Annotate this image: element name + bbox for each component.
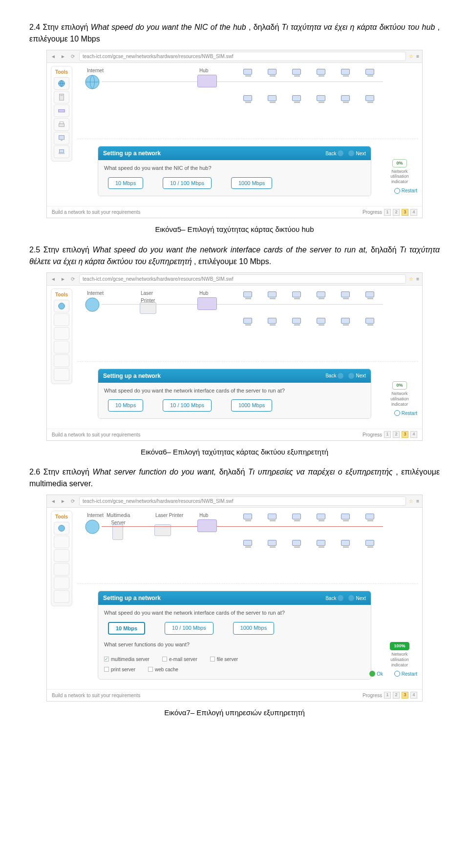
browser-toolbar: ◄ ► ⟳ teach-ict.com/gcse_new/networks/ha… (47, 50, 422, 63)
checkbox-file-server[interactable]: file server (210, 656, 238, 663)
ok-button[interactable]: Ok (369, 670, 383, 678)
tool-printer-icon[interactable] (54, 341, 69, 353)
tool-hub-icon[interactable] (54, 327, 69, 340)
restart-icon (394, 188, 400, 194)
option-10-100mbps[interactable]: 10 / 100 Mbps (165, 622, 213, 635)
menu-icon[interactable]: ≡ (416, 275, 419, 283)
tool-server-icon[interactable] (54, 313, 69, 326)
tool-server-icon[interactable] (54, 536, 69, 548)
step-4: 4 (410, 431, 417, 438)
checkbox-email-server[interactable]: e-mail server (162, 656, 197, 663)
bookmark-icon[interactable]: ☆ (409, 497, 413, 505)
svg-rect-6 (59, 136, 64, 140)
tool-laptop-icon[interactable] (54, 145, 69, 158)
dialog-header: Setting up a network Back Next (98, 369, 371, 383)
restart-button[interactable]: Restart (394, 187, 417, 194)
tool-hub-icon[interactable] (54, 104, 69, 117)
svg-rect-3 (59, 109, 65, 112)
option-10-100mbps[interactable]: 10 / 100 Mbps (163, 399, 212, 412)
option-10mbps[interactable]: 10 Mbps (108, 399, 143, 412)
simulator-footer: Build a network to suit your requirement… (47, 206, 422, 218)
network-topology: Internet Multimedia Server Laser Printer… (77, 511, 418, 584)
tool-globe-icon[interactable] (54, 77, 69, 90)
tool-globe-icon[interactable] (54, 522, 69, 535)
text: , επιλέγουμε 10 Mbps. (194, 257, 271, 266)
checkbox-print-server[interactable]: print server (104, 666, 135, 673)
back-button[interactable]: Back (325, 372, 343, 379)
tool-hub-icon[interactable] (54, 549, 69, 562)
back-button[interactable]: Back (325, 595, 343, 602)
option-10mbps[interactable]: 10 Mbps (108, 622, 145, 635)
bookmark-icon[interactable]: ☆ (409, 53, 413, 60)
pc-node (317, 514, 326, 522)
restart-button[interactable]: Restart (394, 410, 417, 417)
tool-server-icon[interactable] (54, 91, 69, 103)
url-field[interactable]: teach-ict.com/gcse_new/networks/hardware… (79, 52, 406, 61)
chevron-left-icon (338, 373, 343, 379)
link (102, 526, 197, 527)
svg-point-14 (85, 520, 99, 534)
restart-button[interactable]: Restart (394, 670, 417, 678)
svg-rect-9 (59, 153, 65, 154)
text: 2.4 Στην επιλογή (29, 23, 91, 31)
option-1000mbps[interactable]: 1000 Mbps (233, 622, 274, 635)
tool-pc-icon[interactable] (54, 354, 69, 367)
tool-printer-icon[interactable] (54, 118, 69, 131)
tool-globe-icon[interactable] (54, 300, 69, 312)
menu-icon[interactable]: ≡ (416, 53, 419, 60)
internet-label: Internet (87, 67, 104, 74)
toolbox-title: Tools (53, 513, 70, 520)
text: δηλαδή (219, 468, 248, 476)
screenshot-5: ◄ ► ⟳ teach-ict.com/gcse_new/networks/ha… (46, 50, 423, 218)
indicator-label: Network utilisation indicator (390, 391, 409, 407)
pc-node (243, 95, 253, 104)
hub-label: Hub (199, 289, 208, 297)
pc-node (317, 291, 326, 300)
caption-7: Εικόνα7– Επιλογή υπηρεσιών εξυπηρετητή (29, 707, 440, 719)
option-10mbps[interactable]: 10 Mbps (108, 177, 143, 189)
next-button[interactable]: Next (348, 595, 366, 602)
reload-icon[interactable]: ⟳ (69, 275, 76, 283)
tool-laptop-icon[interactable] (54, 590, 69, 603)
menu-icon[interactable]: ≡ (416, 497, 419, 505)
url-field[interactable]: teach-ict.com/gcse_new/networks/hardware… (79, 496, 406, 506)
option-1000mbps[interactable]: 1000 Mbps (231, 177, 272, 189)
text: δηλαδή (371, 246, 400, 254)
pc-node (365, 540, 375, 549)
checkbox-multimedia-server[interactable]: multimedia server (104, 656, 149, 663)
svg-point-13 (59, 525, 65, 532)
reload-icon[interactable]: ⟳ (69, 497, 76, 505)
tool-printer-icon[interactable] (54, 563, 69, 576)
dialog-header: Setting up a network Back Next (98, 591, 371, 605)
checkbox-web-cache[interactable]: web cache (148, 666, 178, 673)
chevron-right-icon (348, 373, 354, 379)
forward-icon[interactable]: ► (60, 53, 66, 60)
pc-node (317, 95, 326, 104)
option-1000mbps[interactable]: 1000 Mbps (231, 399, 272, 412)
back-icon[interactable]: ◄ (50, 275, 57, 283)
next-button[interactable]: Next (348, 150, 366, 157)
screenshot-6: ◄ ► ⟳ teach-ict.com/gcse_new/networks/ha… (46, 272, 423, 441)
pc-node (268, 540, 277, 549)
option-10-100mbps[interactable]: 10 / 100 Mbps (163, 177, 212, 189)
back-button[interactable]: Back (325, 150, 343, 157)
next-button[interactable]: Next (348, 372, 366, 379)
forward-icon[interactable]: ► (60, 497, 66, 505)
tool-pc-icon[interactable] (54, 132, 69, 145)
progress-label: Progress (362, 208, 382, 216)
toolbox: Tools (51, 511, 72, 606)
reload-icon[interactable]: ⟳ (69, 53, 76, 60)
pc-node (292, 291, 302, 300)
indicator-label: Network utilisation indicator (390, 652, 409, 667)
back-icon[interactable]: ◄ (50, 497, 57, 505)
tool-laptop-icon[interactable] (54, 368, 69, 381)
tool-pc-icon[interactable] (54, 577, 69, 589)
dialog-question: What speed do you want the network inter… (104, 609, 365, 617)
dialog-title: Setting up a network (103, 149, 161, 158)
url-field[interactable]: teach-ict.com/gcse_new/networks/hardware… (79, 274, 406, 284)
forward-icon[interactable]: ► (60, 275, 66, 283)
back-icon[interactable]: ◄ (50, 53, 57, 60)
footer-hint: Build a network to suit your requirement… (52, 208, 140, 216)
bookmark-icon[interactable]: ☆ (409, 275, 413, 283)
chevron-left-icon (338, 150, 343, 156)
